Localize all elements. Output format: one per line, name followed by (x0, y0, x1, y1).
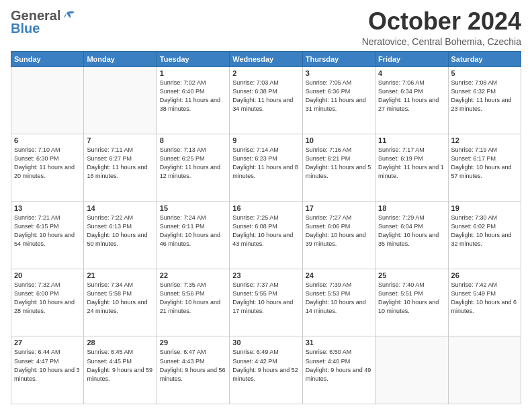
day-number: 20 (14, 271, 81, 279)
calendar-cell: 11Sunrise: 7:17 AM Sunset: 6:19 PM Dayli… (375, 134, 448, 201)
calendar-cell: 10Sunrise: 7:16 AM Sunset: 6:21 PM Dayli… (302, 134, 375, 201)
calendar-cell: 1Sunrise: 7:02 AM Sunset: 6:40 PM Daylig… (157, 66, 229, 134)
day-info: Sunrise: 6:49 AM Sunset: 4:42 PM Dayligh… (232, 348, 299, 383)
logo: General Blue (11, 8, 77, 36)
calendar-cell: 17Sunrise: 7:27 AM Sunset: 6:06 PM Dayli… (302, 201, 375, 269)
calendar-cell: 15Sunrise: 7:24 AM Sunset: 6:11 PM Dayli… (157, 201, 229, 269)
calendar-cell: 26Sunrise: 7:42 AM Sunset: 5:49 PM Dayli… (448, 269, 521, 336)
calendar-cell: 24Sunrise: 7:39 AM Sunset: 5:53 PM Dayli… (302, 269, 375, 336)
calendar: SundayMondayTuesdayWednesdayThursdayFrid… (11, 51, 521, 404)
title-block: October 2024 Neratovice, Central Bohemia… (362, 8, 521, 47)
day-info: Sunrise: 7:16 AM Sunset: 6:21 PM Dayligh… (306, 146, 372, 181)
day-number: 18 (378, 204, 445, 212)
day-number: 7 (87, 136, 153, 144)
day-info: Sunrise: 7:32 AM Sunset: 6:00 PM Dayligh… (14, 281, 81, 316)
day-info: Sunrise: 7:35 AM Sunset: 5:56 PM Dayligh… (160, 281, 226, 316)
day-info: Sunrise: 7:24 AM Sunset: 6:11 PM Dayligh… (160, 214, 226, 248)
calendar-cell: 5Sunrise: 7:08 AM Sunset: 6:32 PM Daylig… (448, 66, 521, 134)
day-number: 3 (306, 69, 372, 77)
calendar-week-row: 6Sunrise: 7:10 AM Sunset: 6:30 PM Daylig… (11, 134, 521, 201)
weekday-header-monday: Monday (84, 51, 157, 66)
day-number: 22 (160, 271, 226, 279)
day-number: 9 (232, 136, 299, 144)
calendar-cell: 23Sunrise: 7:37 AM Sunset: 5:55 PM Dayli… (230, 269, 302, 336)
calendar-week-row: 13Sunrise: 7:21 AM Sunset: 6:15 PM Dayli… (11, 201, 521, 269)
calendar-cell: 25Sunrise: 7:40 AM Sunset: 5:51 PM Dayli… (375, 269, 448, 336)
weekday-header-saturday: Saturday (448, 51, 521, 66)
day-number: 5 (451, 69, 518, 77)
day-number: 15 (160, 204, 226, 212)
calendar-cell: 7Sunrise: 7:11 AM Sunset: 6:27 PM Daylig… (84, 134, 157, 201)
day-number: 26 (451, 271, 518, 279)
day-info: Sunrise: 7:22 AM Sunset: 6:13 PM Dayligh… (87, 214, 153, 248)
day-info: Sunrise: 7:19 AM Sunset: 6:17 PM Dayligh… (451, 146, 518, 181)
day-number: 2 (232, 69, 299, 77)
day-number: 8 (160, 136, 226, 144)
day-info: Sunrise: 7:40 AM Sunset: 5:51 PM Dayligh… (378, 281, 445, 316)
day-number: 19 (451, 204, 518, 212)
day-info: Sunrise: 7:39 AM Sunset: 5:53 PM Dayligh… (306, 281, 372, 316)
day-number: 1 (160, 69, 226, 77)
calendar-cell: 4Sunrise: 7:06 AM Sunset: 6:34 PM Daylig… (375, 66, 448, 134)
calendar-cell: 6Sunrise: 7:10 AM Sunset: 6:30 PM Daylig… (11, 134, 84, 201)
location: Neratovice, Central Bohemia, Czechia (362, 36, 521, 47)
day-number: 11 (378, 136, 445, 144)
day-info: Sunrise: 7:21 AM Sunset: 6:15 PM Dayligh… (14, 214, 81, 248)
calendar-cell: 3Sunrise: 7:05 AM Sunset: 6:36 PM Daylig… (302, 66, 375, 134)
calendar-cell: 22Sunrise: 7:35 AM Sunset: 5:56 PM Dayli… (157, 269, 229, 336)
day-info: Sunrise: 7:13 AM Sunset: 6:25 PM Dayligh… (160, 146, 226, 181)
day-info: Sunrise: 6:50 AM Sunset: 4:40 PM Dayligh… (306, 348, 372, 383)
calendar-cell: 31Sunrise: 6:50 AM Sunset: 4:40 PM Dayli… (302, 336, 375, 404)
day-info: Sunrise: 7:11 AM Sunset: 6:27 PM Dayligh… (87, 146, 153, 181)
day-info: Sunrise: 7:25 AM Sunset: 6:08 PM Dayligh… (232, 214, 299, 248)
calendar-cell: 19Sunrise: 7:30 AM Sunset: 6:02 PM Dayli… (448, 201, 521, 269)
day-number: 30 (232, 338, 299, 347)
calendar-cell: 27Sunrise: 6:44 AM Sunset: 4:47 PM Dayli… (11, 336, 84, 404)
calendar-week-row: 1Sunrise: 7:02 AM Sunset: 6:40 PM Daylig… (11, 66, 521, 134)
day-number: 13 (14, 204, 81, 212)
day-info: Sunrise: 7:06 AM Sunset: 6:34 PM Dayligh… (378, 79, 445, 113)
header: General Blue October 2024 Neratovice, Ce… (11, 8, 521, 47)
calendar-cell: 12Sunrise: 7:19 AM Sunset: 6:17 PM Dayli… (448, 134, 521, 201)
weekday-header-tuesday: Tuesday (157, 51, 229, 66)
calendar-cell: 20Sunrise: 7:32 AM Sunset: 6:00 PM Dayli… (11, 269, 84, 336)
day-number: 14 (87, 204, 153, 212)
calendar-cell: 9Sunrise: 7:14 AM Sunset: 6:23 PM Daylig… (230, 134, 302, 201)
day-info: Sunrise: 6:44 AM Sunset: 4:47 PM Dayligh… (14, 348, 81, 383)
day-number: 31 (306, 338, 372, 347)
day-info: Sunrise: 7:05 AM Sunset: 6:36 PM Dayligh… (306, 79, 372, 113)
calendar-cell: 29Sunrise: 6:47 AM Sunset: 4:43 PM Dayli… (157, 336, 229, 404)
calendar-body: 1Sunrise: 7:02 AM Sunset: 6:40 PM Daylig… (11, 66, 521, 404)
calendar-cell: 13Sunrise: 7:21 AM Sunset: 6:15 PM Dayli… (11, 201, 84, 269)
day-info: Sunrise: 7:14 AM Sunset: 6:23 PM Dayligh… (232, 146, 299, 181)
day-info: Sunrise: 7:34 AM Sunset: 5:58 PM Dayligh… (87, 281, 153, 316)
day-number: 24 (306, 271, 372, 279)
day-info: Sunrise: 6:45 AM Sunset: 4:45 PM Dayligh… (87, 348, 153, 383)
calendar-cell: 2Sunrise: 7:03 AM Sunset: 6:38 PM Daylig… (230, 66, 302, 134)
calendar-cell: 14Sunrise: 7:22 AM Sunset: 6:13 PM Dayli… (84, 201, 157, 269)
day-number: 29 (160, 338, 226, 347)
day-info: Sunrise: 7:17 AM Sunset: 6:19 PM Dayligh… (378, 146, 445, 181)
day-number: 23 (232, 271, 299, 279)
calendar-cell: 8Sunrise: 7:13 AM Sunset: 6:25 PM Daylig… (157, 134, 229, 201)
calendar-cell: 16Sunrise: 7:25 AM Sunset: 6:08 PM Dayli… (230, 201, 302, 269)
calendar-cell (84, 66, 157, 134)
weekday-header-sunday: Sunday (11, 51, 84, 66)
weekday-header-friday: Friday (375, 51, 448, 66)
day-info: Sunrise: 7:30 AM Sunset: 6:02 PM Dayligh… (451, 214, 518, 248)
day-number: 28 (87, 338, 153, 347)
calendar-header-row: SundayMondayTuesdayWednesdayThursdayFrid… (11, 51, 521, 66)
day-info: Sunrise: 6:47 AM Sunset: 4:43 PM Dayligh… (160, 348, 226, 383)
calendar-cell: 28Sunrise: 6:45 AM Sunset: 4:45 PM Dayli… (84, 336, 157, 404)
day-number: 12 (451, 136, 518, 144)
logo-bird-icon (61, 10, 76, 22)
day-number: 6 (14, 136, 81, 144)
weekday-header-wednesday: Wednesday (230, 51, 302, 66)
calendar-week-row: 27Sunrise: 6:44 AM Sunset: 4:47 PM Dayli… (11, 336, 521, 404)
day-info: Sunrise: 7:02 AM Sunset: 6:40 PM Dayligh… (160, 79, 226, 113)
day-info: Sunrise: 7:27 AM Sunset: 6:06 PM Dayligh… (306, 214, 372, 248)
day-number: 4 (378, 69, 445, 77)
day-number: 16 (232, 204, 299, 212)
calendar-cell (375, 336, 448, 404)
day-info: Sunrise: 7:03 AM Sunset: 6:38 PM Dayligh… (232, 79, 299, 113)
